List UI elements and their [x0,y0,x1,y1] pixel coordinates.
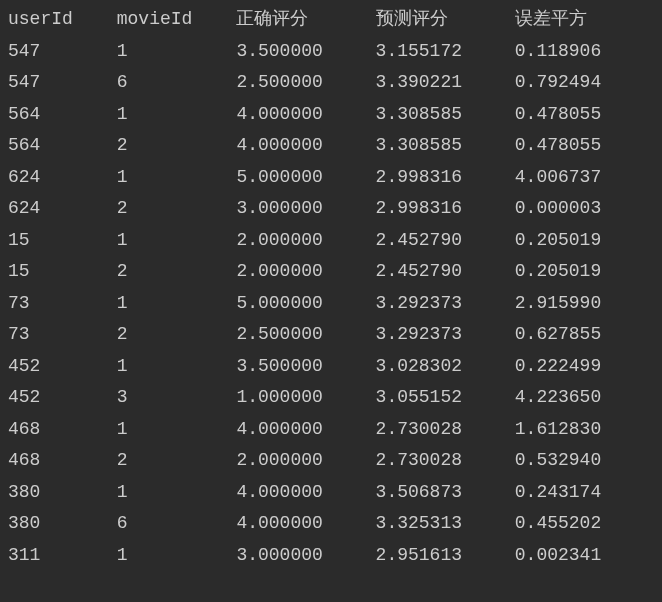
cell-userId: 73 [8,288,117,320]
cell-predict-score: 3.506873 [376,477,515,509]
table-header-row: userId movieId 正确评分 预测评分 误差平方 [8,4,654,36]
cell-correct-score: 2.000000 [236,256,375,288]
data-table: userId movieId 正确评分 预测评分 误差平方 54713.5000… [8,4,654,571]
cell-movieId: 1 [117,288,237,320]
cell-userId: 547 [8,67,117,99]
header-movieId: movieId [117,4,237,36]
cell-movieId: 1 [117,225,237,257]
cell-correct-score: 4.000000 [236,414,375,446]
header-correct-score: 正确评分 [236,4,375,36]
table-row: 54762.5000003.3902210.792494 [8,67,654,99]
cell-movieId: 2 [117,193,237,225]
cell-movieId: 2 [117,445,237,477]
cell-predict-score: 2.730028 [376,445,515,477]
cell-movieId: 6 [117,508,237,540]
cell-error-squared: 0.792494 [515,67,654,99]
table-row: 31113.0000002.9516130.002341 [8,540,654,572]
cell-correct-score: 4.000000 [236,130,375,162]
cell-predict-score: 2.998316 [376,162,515,194]
cell-movieId: 2 [117,256,237,288]
cell-userId: 468 [8,445,117,477]
cell-correct-score: 2.500000 [236,67,375,99]
cell-movieId: 1 [117,162,237,194]
cell-error-squared: 0.478055 [515,130,654,162]
cell-correct-score: 4.000000 [236,99,375,131]
cell-userId: 564 [8,130,117,162]
cell-predict-score: 3.308585 [376,130,515,162]
cell-error-squared: 4.006737 [515,162,654,194]
cell-correct-score: 2.000000 [236,445,375,477]
header-predict-score: 预测评分 [376,4,515,36]
cell-error-squared: 0.205019 [515,225,654,257]
table-row: 46814.0000002.7300281.612830 [8,414,654,446]
cell-predict-score: 3.155172 [376,36,515,68]
cell-userId: 73 [8,319,117,351]
header-error-squared: 误差平方 [515,4,654,36]
cell-error-squared: 2.915990 [515,288,654,320]
cell-error-squared: 0.532940 [515,445,654,477]
cell-correct-score: 1.000000 [236,382,375,414]
cell-correct-score: 3.000000 [236,540,375,572]
cell-movieId: 6 [117,67,237,99]
cell-correct-score: 4.000000 [236,477,375,509]
cell-movieId: 1 [117,351,237,383]
cell-userId: 380 [8,508,117,540]
cell-error-squared: 0.000003 [515,193,654,225]
cell-error-squared: 0.627855 [515,319,654,351]
cell-userId: 452 [8,382,117,414]
table-row: 1522.0000002.4527900.205019 [8,256,654,288]
cell-userId: 547 [8,36,117,68]
cell-correct-score: 3.500000 [236,36,375,68]
cell-predict-score: 2.951613 [376,540,515,572]
cell-movieId: 2 [117,130,237,162]
cell-movieId: 1 [117,99,237,131]
cell-userId: 380 [8,477,117,509]
cell-correct-score: 2.500000 [236,319,375,351]
cell-error-squared: 0.455202 [515,508,654,540]
cell-predict-score: 3.325313 [376,508,515,540]
cell-error-squared: 0.243174 [515,477,654,509]
cell-predict-score: 3.292373 [376,288,515,320]
cell-predict-score: 2.452790 [376,256,515,288]
cell-movieId: 1 [117,36,237,68]
cell-userId: 468 [8,414,117,446]
cell-predict-score: 3.028302 [376,351,515,383]
cell-error-squared: 0.118906 [515,36,654,68]
cell-error-squared: 0.478055 [515,99,654,131]
cell-predict-score: 3.308585 [376,99,515,131]
table-row: 62415.0000002.9983164.006737 [8,162,654,194]
cell-predict-score: 2.998316 [376,193,515,225]
cell-userId: 452 [8,351,117,383]
cell-error-squared: 1.612830 [515,414,654,446]
table-row: 1512.0000002.4527900.205019 [8,225,654,257]
table-row: 7315.0000003.2923732.915990 [8,288,654,320]
cell-error-squared: 0.205019 [515,256,654,288]
table-row: 38014.0000003.5068730.243174 [8,477,654,509]
table-row: 7322.5000003.2923730.627855 [8,319,654,351]
cell-userId: 15 [8,256,117,288]
table-row: 62423.0000002.9983160.000003 [8,193,654,225]
cell-error-squared: 4.223650 [515,382,654,414]
cell-movieId: 3 [117,382,237,414]
cell-predict-score: 3.292373 [376,319,515,351]
cell-correct-score: 4.000000 [236,508,375,540]
table-row: 56424.0000003.3085850.478055 [8,130,654,162]
cell-predict-score: 3.390221 [376,67,515,99]
cell-movieId: 2 [117,319,237,351]
table-row: 38064.0000003.3253130.455202 [8,508,654,540]
table-row: 45213.5000003.0283020.222499 [8,351,654,383]
cell-userId: 311 [8,540,117,572]
cell-predict-score: 3.055152 [376,382,515,414]
cell-userId: 564 [8,99,117,131]
header-userId: userId [8,4,117,36]
table-row: 45231.0000003.0551524.223650 [8,382,654,414]
cell-correct-score: 5.000000 [236,162,375,194]
cell-error-squared: 0.222499 [515,351,654,383]
table-row: 46822.0000002.7300280.532940 [8,445,654,477]
cell-userId: 624 [8,162,117,194]
cell-correct-score: 3.000000 [236,193,375,225]
cell-correct-score: 5.000000 [236,288,375,320]
cell-userId: 624 [8,193,117,225]
cell-predict-score: 2.730028 [376,414,515,446]
cell-movieId: 1 [117,414,237,446]
